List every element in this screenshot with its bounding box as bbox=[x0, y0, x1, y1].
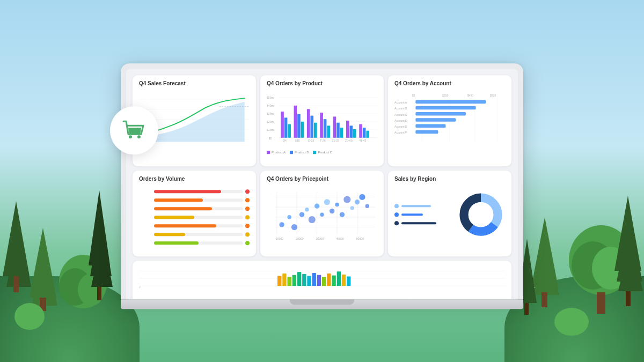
svg-text:Account D: Account D bbox=[394, 119, 407, 122]
svg-rect-135 bbox=[277, 276, 281, 285]
svg-text:$0: $0 bbox=[412, 94, 415, 97]
card-orders-pricepoint: Q4 Orders by Pricepoint bbox=[260, 171, 384, 256]
scatter-chart: 10000 20000 30000 40000 50000 bbox=[267, 185, 377, 244]
card-title-forecast: Q4 Sales Forecast bbox=[139, 80, 250, 86]
svg-text:$30m: $30m bbox=[267, 112, 274, 115]
legend-region-1 bbox=[394, 204, 451, 208]
vol-fill-1 bbox=[154, 190, 221, 193]
svg-text:Q4: Q4 bbox=[283, 139, 287, 142]
svg-rect-68 bbox=[363, 128, 366, 138]
vol-row-7 bbox=[139, 239, 250, 247]
svg-rect-65 bbox=[350, 125, 353, 137]
vol-track-1 bbox=[154, 190, 243, 193]
svg-text:P: P bbox=[139, 286, 141, 289]
svg-rect-53 bbox=[297, 114, 301, 137]
svg-text:10000: 10000 bbox=[276, 237, 283, 240]
svg-point-13 bbox=[14, 303, 45, 330]
vol-fill-5 bbox=[154, 224, 216, 227]
svg-rect-21 bbox=[626, 291, 631, 306]
laptop: Q4 Sales Forecast bbox=[121, 63, 523, 309]
svg-rect-147 bbox=[337, 271, 341, 286]
laptop-bezel: Q4 Sales Forecast bbox=[121, 63, 523, 299]
svg-rect-54 bbox=[301, 121, 304, 137]
svg-point-120 bbox=[355, 200, 360, 204]
bottom-chart: P bbox=[139, 265, 505, 292]
svg-rect-2 bbox=[13, 276, 19, 292]
vol-fill-3 bbox=[154, 207, 212, 210]
svg-point-119 bbox=[350, 206, 354, 210]
legend-color-b bbox=[290, 151, 293, 154]
svg-rect-138 bbox=[292, 275, 296, 285]
svg-rect-60 bbox=[327, 125, 330, 137]
vol-row-5 bbox=[139, 222, 250, 230]
svg-text:40000: 40000 bbox=[336, 237, 343, 240]
svg-rect-67 bbox=[359, 124, 362, 137]
svg-rect-90 bbox=[415, 112, 466, 116]
donut-chart bbox=[457, 190, 505, 239]
svg-rect-148 bbox=[342, 274, 346, 285]
legend-color-c bbox=[313, 151, 316, 154]
svg-point-29 bbox=[129, 135, 132, 138]
svg-rect-64 bbox=[346, 120, 349, 137]
svg-text:Account B: Account B bbox=[394, 107, 407, 110]
legend-product-a: Product A bbox=[267, 151, 286, 154]
legend-dot-3 bbox=[394, 221, 399, 225]
svg-rect-62 bbox=[336, 122, 340, 137]
svg-rect-88 bbox=[415, 106, 475, 109]
hbar-chart: $0 $250 $400 $500 Account A bbox=[394, 90, 505, 149]
vol-dot-5 bbox=[245, 224, 250, 228]
vol-row-1 bbox=[139, 188, 250, 195]
vol-track-4 bbox=[154, 216, 243, 219]
svg-rect-57 bbox=[314, 122, 317, 137]
svg-text:Account A: Account A bbox=[394, 101, 407, 104]
vol-track-6 bbox=[154, 233, 243, 236]
svg-text:Account C: Account C bbox=[394, 113, 407, 116]
vol-fill-7 bbox=[154, 241, 199, 245]
svg-point-113 bbox=[320, 212, 324, 216]
legend-region-3 bbox=[394, 221, 451, 225]
legend-dot-2 bbox=[394, 212, 399, 217]
svg-rect-55 bbox=[307, 109, 310, 137]
legend-region-2 bbox=[394, 212, 451, 217]
svg-point-115 bbox=[330, 208, 334, 213]
legend-color-a bbox=[267, 151, 270, 154]
legend-label-b: Product B bbox=[295, 151, 309, 154]
vol-fill-2 bbox=[154, 198, 203, 202]
trees-left bbox=[0, 158, 129, 362]
svg-text:21-25: 21-25 bbox=[332, 139, 339, 142]
svg-text:$400: $400 bbox=[467, 94, 474, 97]
svg-text:$0: $0 bbox=[269, 136, 272, 139]
svg-rect-17 bbox=[597, 292, 605, 314]
vol-dot-7 bbox=[245, 241, 250, 245]
vol-row-2 bbox=[139, 196, 250, 204]
svg-point-116 bbox=[335, 202, 339, 206]
legend-label-c: Product C bbox=[318, 151, 332, 154]
svg-rect-149 bbox=[347, 276, 350, 286]
legend-bar-2 bbox=[401, 213, 423, 216]
legend-bar-3 bbox=[401, 222, 436, 224]
svg-rect-86 bbox=[415, 100, 486, 104]
svg-point-118 bbox=[343, 196, 350, 203]
legend-label-a: Product A bbox=[272, 151, 286, 154]
vol-dot-4 bbox=[245, 215, 250, 219]
svg-rect-94 bbox=[415, 124, 445, 128]
svg-text:41-45: 41-45 bbox=[359, 139, 366, 142]
volume-chart bbox=[139, 185, 250, 249]
svg-point-112 bbox=[314, 203, 319, 208]
card-orders-volume: Orders by Volume bbox=[133, 171, 256, 256]
legend-bar-track-3 bbox=[401, 222, 451, 224]
svg-text:Account F: Account F bbox=[394, 131, 407, 134]
region-chart bbox=[394, 185, 505, 244]
card-title-pricepoint: Q4 Orders by Pricepoint bbox=[267, 176, 377, 182]
legend-product-c: Product C bbox=[313, 151, 332, 154]
svg-text:$500: $500 bbox=[490, 94, 496, 97]
svg-point-121 bbox=[359, 194, 365, 200]
svg-rect-63 bbox=[340, 128, 343, 138]
card-bottom: P bbox=[133, 261, 511, 299]
svg-text:$40m: $40m bbox=[267, 104, 274, 107]
svg-rect-145 bbox=[327, 273, 331, 285]
svg-rect-58 bbox=[320, 112, 323, 137]
svg-point-107 bbox=[287, 215, 291, 219]
svg-text:Account E: Account E bbox=[394, 125, 407, 128]
vol-dot-1 bbox=[245, 189, 250, 194]
